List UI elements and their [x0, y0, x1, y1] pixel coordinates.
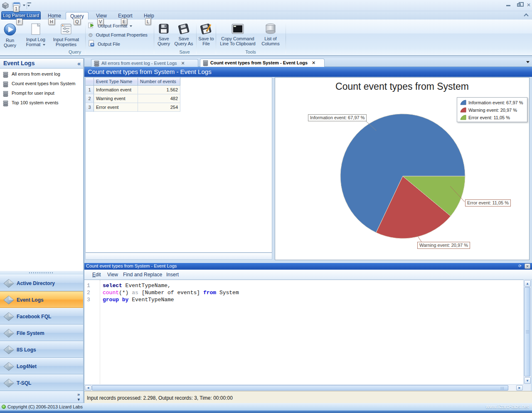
cell-event-type[interactable]: Warning event [94, 94, 138, 103]
pie-label-error: Error event: 11,05 % [465, 199, 511, 206]
row-number[interactable]: 2 [86, 94, 94, 103]
keytip-help: L [145, 18, 151, 25]
keytip-home: H [48, 18, 55, 25]
footer-accent-strip [0, 411, 532, 413]
sidebar-item-all-errors[interactable]: All errors from event log [0, 69, 83, 79]
editor-menu-bar: Edit View Find and Replace Insert [84, 270, 532, 280]
diamond-icon [3, 345, 14, 355]
sql-editor[interactable]: 1 2 3 select EventTypeName, count(*) as … [84, 280, 523, 384]
tab-list-dropdown-icon[interactable] [526, 61, 530, 63]
cell-count[interactable]: 1.562 [138, 86, 180, 94]
scroll-down-icon[interactable]: ▼ [524, 377, 531, 384]
editor-title-bar: Count event types from System - Event Lo… [84, 263, 532, 270]
sidebar-header: Event Logs « [0, 59, 83, 69]
expand-icon[interactable]: » [77, 392, 80, 397]
editor-horizontal-scrollbar[interactable]: ◄ ► [84, 384, 523, 391]
scroll-right-icon[interactable]: ► [516, 385, 523, 391]
minimize-button[interactable] [504, 2, 512, 7]
database-icon [3, 100, 8, 110]
sidebar-item-top-100-events[interactable]: Top 100 system events [0, 98, 83, 108]
doc-tab-all-errors[interactable]: All errors from event log - Event Logs✕ [91, 59, 198, 67]
row-number[interactable]: 3 [86, 103, 94, 112]
close-tab-icon[interactable]: ✕ [312, 60, 315, 65]
legend-marker-green [460, 115, 466, 120]
group-inner-separator [196, 22, 197, 54]
status-bar: Input records processed: 2.298, Output r… [84, 391, 532, 403]
vertical-scroll-thumb[interactable] [524, 287, 530, 376]
separator [27, 2, 27, 9]
nav-facebook-fql[interactable]: Facebook FQL [0, 308, 83, 324]
sidebar-item-prompt-user-input[interactable]: Prompt for user input [0, 88, 83, 98]
results-scrollbar-track[interactable] [85, 253, 272, 260]
diamond-icon [3, 279, 14, 289]
nav-iis-logs[interactable]: IIS Logs [0, 341, 83, 358]
collapse-sidebar-icon[interactable]: « [77, 59, 81, 69]
line-number: 2 [87, 290, 95, 296]
nav-file-system[interactable]: File System [0, 324, 83, 341]
cell-count[interactable]: 482 [138, 94, 180, 103]
row-number[interactable]: 1 [86, 86, 94, 94]
code-line-2: count(*) as [Number of events] from Syst… [103, 290, 239, 296]
restore-button[interactable] [515, 2, 523, 7]
diamond-icon [3, 379, 14, 388]
editor-vertical-scrollbar[interactable]: ▲ ▼ [523, 280, 531, 384]
floppy-pencil-icon [200, 30, 212, 35]
list-of-columns-button[interactable]: List of Columns [259, 22, 283, 49]
scroll-up-icon[interactable]: ▲ [524, 280, 531, 287]
save-query-button[interactable]: Save Query [155, 22, 172, 49]
chart-legend: Information event: 67,97 % Warning event… [457, 97, 527, 122]
menu-edit[interactable]: Edit [89, 271, 104, 278]
nav-log4net[interactable]: Log4Net [0, 358, 83, 374]
output-file-button[interactable]: Output File [88, 40, 120, 48]
close-tab-icon[interactable]: ✕ [181, 61, 185, 66]
input-log-format-button[interactable]: Input Log Format [23, 22, 48, 49]
diamond-icon [3, 362, 14, 372]
save-query-as-button[interactable]: Save Query As [173, 22, 195, 49]
keytip-query: Q [74, 18, 81, 25]
close-button[interactable]: ✕ [525, 2, 532, 7]
nav-active-directory[interactable]: Active Directory [0, 275, 83, 291]
output-file-icon [88, 40, 95, 49]
line-number: 1 [87, 283, 95, 289]
keytip-export: E [121, 18, 127, 25]
dropdown-icon [130, 25, 132, 27]
cell-count[interactable]: 254 [138, 103, 180, 112]
ribbon: Run Query Input Log Format Input Format … [0, 20, 532, 56]
menu-insert[interactable]: Insert [163, 271, 182, 278]
group-label-query: Query [50, 49, 100, 54]
run-query-button[interactable]: Run Query [1, 22, 19, 49]
sidebar-overflow-strip: » ▾ [0, 391, 83, 403]
cell-event-type[interactable]: Information event [94, 86, 138, 94]
dropdown-icon [43, 44, 45, 46]
terminal-icon [230, 30, 245, 35]
menu-find-and-replace[interactable]: Find and Replace [120, 271, 165, 278]
column-header-number-of-events[interactable]: Number of events [138, 78, 180, 86]
sidebar-item-count-event-types[interactable]: Count event types from System [0, 79, 83, 88]
configure-buttons-icon[interactable]: ▾ [77, 397, 80, 402]
website-link[interactable]: www.lizard-labs.net [486, 404, 529, 410]
doc-tab-count-event-types[interactable]: Count event types from System - Event Lo… [200, 59, 325, 67]
sidebar-splitter[interactable] [0, 271, 83, 275]
qat-dropdown-icon[interactable] [23, 5, 25, 6]
horizontal-scroll-thumb[interactable] [92, 385, 508, 391]
copy-command-line-button[interactable]: Copy Command Line To Clipboard [219, 22, 256, 49]
footer-bar: Copyright (C) 2006-2013 Lizard Labs www.… [0, 403, 532, 411]
titlebar: ✕ [0, 0, 532, 11]
diamond-icon [3, 312, 14, 322]
legend-item-warning: Warning event: 20,97 % [460, 107, 517, 113]
floppy-as-icon [177, 30, 190, 35]
minimize-ribbon-icon[interactable] [524, 13, 528, 18]
sidebar: Event Logs « All errors from event log C… [0, 58, 83, 403]
save-to-file-button[interactable]: Save to File [198, 22, 214, 49]
input-format-properties-button[interactable]: Input Format Properties [52, 22, 81, 49]
editor-close-icon[interactable]: ✕ [525, 263, 530, 269]
nav-event-logs[interactable]: Event Logs [0, 291, 83, 308]
nav-t-sql[interactable]: T-SQL [0, 374, 83, 391]
output-format-properties-button[interactable]: ⚙ Output Format Properties [88, 31, 148, 39]
pin-icon[interactable]: ⟳ [517, 263, 523, 269]
cell-event-type[interactable]: Error event [94, 103, 138, 112]
column-header-event-type-name[interactable]: Event Type Name [94, 78, 138, 86]
menu-view[interactable]: View [104, 271, 121, 278]
scroll-left-icon[interactable]: ◄ [85, 385, 91, 391]
qat-customize-icon[interactable] [27, 2, 31, 7]
